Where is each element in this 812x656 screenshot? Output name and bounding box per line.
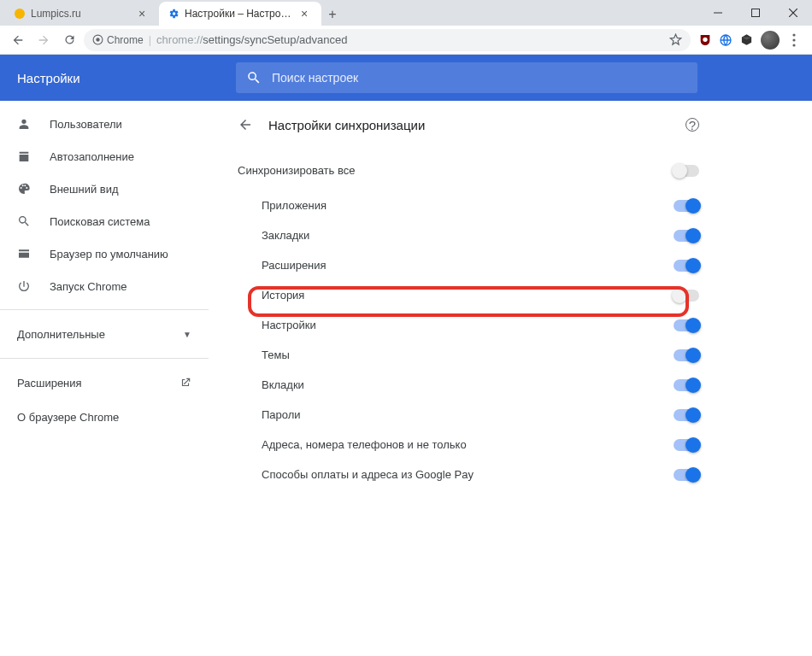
settings-sidebar: Пользователи Автозаполнение Внешний вид …	[0, 101, 209, 656]
address-bar: Chrome | chrome://settings/syncSetup/adv…	[0, 26, 812, 55]
close-window-button[interactable]	[774, 0, 812, 26]
extension-icons	[694, 32, 757, 48]
row-label: История	[262, 289, 674, 302]
toggle-row-extensions[interactable]: Расширения	[238, 250, 699, 280]
row-label: Закладки	[262, 229, 674, 242]
minimize-button[interactable]	[699, 0, 737, 26]
svg-point-10	[792, 38, 795, 41]
toggle-row-tabs[interactable]: Вкладки	[238, 370, 699, 400]
sidebar-item-startup[interactable]: Запуск Chrome	[0, 270, 209, 302]
chrome-menu-button[interactable]	[783, 33, 805, 47]
sidebar-item-about[interactable]: О браузере Chrome	[0, 400, 209, 434]
toggle-themes[interactable]	[674, 349, 699, 361]
sidebar-item-people[interactable]: Пользователи	[0, 108, 209, 140]
sidebar-label: Браузер по умолчанию	[50, 248, 168, 261]
browser-icon	[17, 247, 32, 261]
palette-icon	[17, 182, 32, 196]
sidebar-separator	[0, 309, 209, 310]
sidebar-item-autofill[interactable]: Автозаполнение	[0, 140, 209, 173]
url-scheme: chrome://	[156, 33, 203, 46]
toggle-sync-all[interactable]	[674, 165, 699, 177]
toggle-bookmarks[interactable]	[674, 230, 699, 242]
toggle-row-history[interactable]: История	[238, 280, 699, 310]
row-label: Расширения	[262, 259, 674, 272]
sidebar-item-extensions[interactable]: Расширения	[0, 366, 209, 400]
nav-reload-button[interactable]	[58, 29, 80, 51]
row-label: Адреса, номера телефонов и не только	[262, 438, 674, 451]
settings-title: Настройки	[0, 71, 236, 85]
globe-ext-icon[interactable]	[718, 32, 733, 48]
sidebar-item-default-browser[interactable]: Браузер по умолчанию	[0, 237, 209, 270]
toggle-row-bookmarks[interactable]: Закладки	[238, 220, 699, 250]
external-link-icon	[179, 377, 191, 389]
gear-favicon-icon	[168, 8, 179, 20]
settings-search-input[interactable]	[272, 71, 687, 85]
back-button[interactable]	[238, 117, 255, 132]
page-title: Настройки синхронизации	[268, 118, 425, 132]
maximize-button[interactable]	[737, 0, 774, 26]
profile-avatar[interactable]	[761, 31, 780, 50]
tab-settings[interactable]: Настройки – Настройки синхро ×	[159, 2, 321, 26]
chrome-origin-icon: Chrome	[92, 34, 144, 46]
ublock-ext-icon[interactable]	[697, 32, 713, 48]
nav-back-button[interactable]	[7, 29, 29, 51]
row-label: Настройки	[262, 319, 674, 331]
toggle-payments[interactable]	[674, 469, 699, 481]
sidebar-item-search[interactable]: Поисковая система	[0, 205, 209, 237]
close-tab-icon[interactable]: ×	[138, 7, 150, 20]
svg-point-9	[792, 33, 795, 36]
search-icon	[17, 214, 32, 228]
sidebar-label: О браузере Chrome	[17, 411, 119, 424]
svg-point-0	[15, 9, 25, 19]
sidebar-label: Поисковая система	[50, 215, 150, 228]
help-icon[interactable]: ?	[685, 118, 699, 132]
tab-title: Настройки – Настройки синхро	[185, 8, 296, 20]
svg-point-11	[792, 44, 795, 46]
toggle-row-payments[interactable]: Способы оплаты и адреса из Google Pay	[238, 460, 699, 489]
toggle-passwords[interactable]	[674, 409, 699, 421]
url-input[interactable]: Chrome | chrome://settings/syncSetup/adv…	[84, 29, 691, 51]
sidebar-label: Запуск Chrome	[50, 280, 127, 293]
row-label: Темы	[262, 348, 674, 361]
toggle-row-addresses[interactable]: Адреса, номера телефонов и не только	[238, 430, 699, 460]
row-label: Вкладки	[262, 378, 674, 391]
tab-title: Lumpics.ru	[31, 8, 133, 20]
sidebar-label: Дополнительные	[17, 328, 105, 341]
tab-lumpics[interactable]: Lumpics.ru ×	[5, 2, 159, 26]
url-path: settings/syncSetup/advanced	[203, 33, 347, 46]
sidebar-label: Расширения	[17, 377, 82, 390]
toggle-row-apps[interactable]: Приложения	[238, 190, 699, 220]
sidebar-item-advanced[interactable]: Дополнительные ▼	[0, 317, 209, 351]
row-label: Приложения	[262, 199, 674, 212]
sidebar-separator	[0, 358, 209, 359]
settings-search[interactable]	[236, 62, 697, 93]
settings-header: Настройки	[0, 55, 812, 101]
cube-ext-icon[interactable]	[738, 32, 754, 48]
row-label: Пароли	[262, 408, 674, 421]
svg-point-6	[96, 38, 99, 41]
window-titlebar: Lumpics.ru × Настройки – Настройки синхр…	[0, 0, 812, 26]
toggle-row-passwords[interactable]: Пароли	[238, 400, 699, 430]
row-label: Синхронизировать все	[238, 164, 674, 177]
toggle-row-settings[interactable]: Настройки	[238, 310, 699, 340]
sidebar-label: Автозаполнение	[50, 150, 134, 163]
window-controls	[699, 0, 812, 26]
toggle-addresses[interactable]	[674, 439, 699, 451]
chevron-down-icon: ▼	[183, 330, 191, 339]
toggle-tabs[interactable]	[674, 379, 699, 391]
new-tab-button[interactable]: +	[321, 3, 344, 26]
power-icon	[17, 279, 32, 293]
sidebar-item-appearance[interactable]: Внешний вид	[0, 173, 209, 205]
close-tab-icon[interactable]: ×	[301, 7, 313, 20]
lumpics-favicon-icon	[14, 8, 26, 20]
sidebar-label: Пользователи	[50, 118, 122, 131]
bookmark-star-icon[interactable]	[669, 33, 682, 46]
toggle-row-themes[interactable]: Темы	[238, 340, 699, 370]
toggle-apps[interactable]	[674, 200, 699, 212]
toggle-row-sync-all[interactable]: Синхронизировать все	[238, 155, 699, 185]
toggle-history[interactable]	[674, 290, 699, 302]
toggle-settings[interactable]	[674, 319, 699, 331]
toggle-extensions[interactable]	[674, 260, 699, 272]
autofill-icon	[17, 149, 32, 163]
nav-forward-button[interactable]	[32, 29, 55, 51]
